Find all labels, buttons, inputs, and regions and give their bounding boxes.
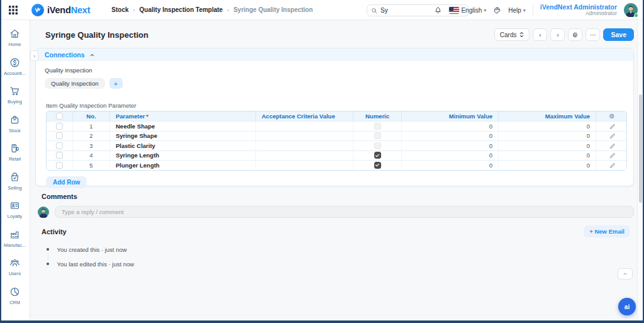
user-menu[interactable]: iVendNext Administrator Administrator [540,3,617,17]
row-select-checkbox[interactable] [56,152,63,159]
prev-record-button[interactable]: ‹ [533,28,547,41]
theme-palette-icon[interactable] [493,6,501,14]
parameter-cell[interactable]: Plastic Clarity [110,141,256,150]
edit-row-pencil-icon[interactable] [609,143,615,149]
add-connection-button[interactable]: + [109,78,123,89]
more-options-button[interactable]: ⋯ [586,28,600,41]
connections-section-header[interactable]: Connections [36,48,633,61]
row-number: 4 [73,151,110,161]
sidebar-item-label: Buying [8,99,22,105]
column-header-max: Maximum Value [499,111,596,121]
parameter-cell[interactable]: Needle Shape [110,122,256,131]
new-email-button[interactable]: + New Email [584,225,630,237]
acceptance-cell[interactable] [256,132,353,141]
users-icon [9,257,21,269]
edit-row-pencil-icon[interactable] [609,123,615,129]
comment-avatar [38,207,49,218]
accounting-icon [9,57,21,69]
min-value-cell[interactable]: 0 [402,151,499,161]
main-content: Syringe Quality Inspection Cards ‹ › [30,20,644,323]
max-value-cell[interactable]: 0 [499,122,596,131]
select-all-checkbox[interactable] [56,113,63,120]
search-icon [371,8,377,14]
sidebar-item-retail[interactable]: Retail [0,142,30,171]
page-scrollbar[interactable] [637,20,643,320]
sidebar: HomeAccounti...BuyingStockRetailSellingL… [0,20,30,323]
required-marker: * [146,113,148,120]
sidebar-item-stock[interactable]: Stock [0,114,30,143]
apps-grid-icon[interactable] [9,6,18,14]
sidebar-item-manufac[interactable]: Manufac... [0,229,30,258]
language-menu[interactable]: English ▾ [449,7,486,14]
parameter-cell[interactable]: Syringe Length [110,151,256,161]
sidebar-item-users[interactable]: Users [0,257,30,286]
row-select-checkbox[interactable] [56,132,63,139]
min-value-cell[interactable]: 0 [402,141,499,150]
row-select-checkbox[interactable] [56,142,63,149]
next-record-button[interactable]: › [550,28,565,41]
numeric-checkbox[interactable] [374,152,381,159]
breadcrumb-item[interactable]: Stock [111,6,128,13]
min-value-cell[interactable]: 0 [402,122,499,131]
save-button[interactable]: Save [603,28,634,41]
add-row-button[interactable]: Add Row [46,176,87,188]
grid-row[interactable]: 1Needle Shape00 [47,121,626,131]
row-number: 3 [73,141,110,150]
sidebar-item-accounti[interactable]: Accounti... [0,57,30,86]
numeric-checkbox[interactable] [374,132,381,139]
column-header-acceptance: Acceptance Criteria Value [256,111,353,121]
comments-section: Comments [35,188,634,218]
chevron-up-icon [89,52,95,58]
grid-row[interactable]: 5Plunger Length00 [47,160,626,170]
user-avatar[interactable] [624,3,638,17]
sidebar-item-label: Manufac... [4,242,26,248]
print-button[interactable] [568,28,582,41]
row-select-checkbox[interactable] [56,123,63,130]
min-value-cell[interactable]: 0 [402,132,499,141]
sidebar-item-selling[interactable]: Selling [0,171,30,200]
grid-row[interactable]: 3Plastic Clarity00 [47,140,626,150]
comment-input[interactable] [55,206,634,218]
sidebar-item-label: Accounti... [4,71,26,76]
grid-row[interactable]: 2Syringe Shape00 [47,131,626,141]
acceptance-cell[interactable] [256,151,353,161]
sidebar-item-crm[interactable]: CRM [0,286,30,315]
min-value-cell[interactable]: 0 [402,161,499,170]
grid-settings-gear-icon[interactable]: ⚙ [609,113,615,120]
bullet-dot [47,248,49,251]
breadcrumb-separator: › [133,7,135,13]
sidebar-item-buying[interactable]: Buying [0,85,30,114]
edit-row-pencil-icon[interactable] [609,133,615,139]
acceptance-cell[interactable] [256,161,353,170]
activity-title: Activity [42,228,634,235]
parameter-cell[interactable]: Syringe Shape [110,132,256,141]
breadcrumb: Stock›Quality Inspection Template›Syring… [111,6,313,13]
sidebar-expand-toggle[interactable]: › [30,50,38,61]
scroll-to-top-button[interactable] [618,268,633,280]
help-menu[interactable]: Help ▾ [508,7,526,14]
sidebar-item-home[interactable]: Home [0,28,30,57]
notifications-bell-icon[interactable] [434,6,442,14]
sidebar-item-loyalty[interactable]: Loyalty [0,200,30,229]
scrollbar-thumb[interactable] [639,94,643,203]
max-value-cell[interactable]: 0 [499,161,596,170]
numeric-checkbox[interactable] [374,142,381,149]
numeric-checkbox[interactable] [374,123,381,130]
acceptance-cell[interactable] [256,122,353,131]
app-logo[interactable]: iVendNext [31,4,90,16]
max-value-cell[interactable]: 0 [499,132,596,141]
ai-assistant-button[interactable]: ai [618,298,636,315]
edit-row-pencil-icon[interactable] [609,162,615,168]
numeric-checkbox[interactable] [374,162,381,169]
parameter-cell[interactable]: Plunger Length [110,161,256,170]
column-header-no: No. [73,111,110,121]
row-select-checkbox[interactable] [56,162,63,169]
quality-inspection-link-pill[interactable]: Quality Inspection [45,78,105,89]
max-value-cell[interactable]: 0 [499,151,596,161]
breadcrumb-item[interactable]: Quality Inspection Template [140,6,223,13]
max-value-cell[interactable]: 0 [499,141,596,150]
view-switcher-button[interactable]: Cards [494,28,530,41]
grid-row[interactable]: 4Syringe Length00 [47,150,626,161]
acceptance-cell[interactable] [256,141,353,150]
edit-row-pencil-icon[interactable] [609,152,615,158]
